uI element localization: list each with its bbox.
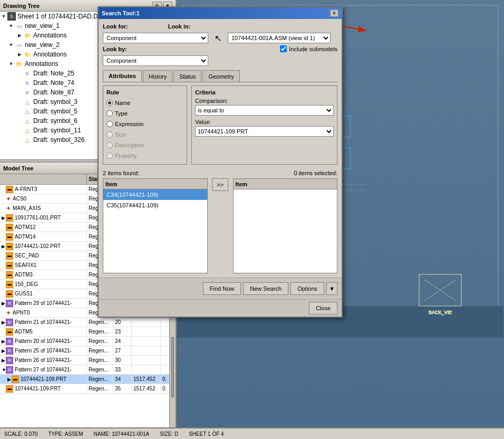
part-icon: ▬ [6, 243, 13, 250]
find-now-button[interactable]: Find Now [203, 282, 241, 295]
tree-label: Annotations [33, 51, 66, 58]
radio-btn-property[interactable] [106, 152, 113, 159]
comparison-select[interactable]: is equal to is not equal to contains sta… [195, 105, 334, 116]
result-item-c34[interactable]: C34(10744421-109) [103, 189, 207, 200]
status-sheet: SHEET 1 OF 4 [189, 431, 224, 437]
model-row[interactable]: ▶ ⊞ Pattern 21 of 10744421- Regen... 20 [0, 318, 169, 327]
include-submodels-label: Include submodels [280, 45, 337, 52]
spacer [17, 80, 22, 85]
radio-btn-type[interactable] [106, 110, 113, 117]
model-pro2 [161, 346, 169, 355]
radio-btn-name[interactable] [106, 100, 113, 106]
model-row[interactable]: ▶ ⊞ Pattern 26 of 10744421- Regen... 30 [0, 356, 169, 365]
pattern-icon: ⊞ [6, 319, 13, 326]
model-row-selected-109[interactable]: ▶ ▬ 10744421-109.PRT Regen... 34 1517.45… [0, 375, 169, 384]
draft-sym-icon: △ [23, 98, 32, 106]
pattern-icon: ⊞ [6, 338, 13, 345]
model-row[interactable]: ▬ ADTM5 Regen... 23 [0, 327, 169, 337]
radio-label-expression: Expression [115, 121, 143, 127]
search-dialog: Search Tool:1 ✕ Look for: Look in: Compo… [98, 6, 343, 318]
radio-label-property: Property [115, 152, 137, 159]
model-stat: Regen... [87, 346, 113, 355]
pattern-icon: ⊞ [6, 300, 13, 307]
value-select[interactable]: 10744421-109.PRT [195, 126, 334, 137]
model-pro2 [161, 318, 169, 327]
close-button[interactable]: Close [309, 302, 337, 314]
sheet-icon: S [7, 12, 16, 21]
model-stat: Regen... [87, 356, 113, 365]
expand-icon: ▶ [2, 244, 6, 249]
model-name: ▬ 150_DEG [0, 280, 87, 289]
tab-status[interactable]: Status [173, 70, 201, 82]
rule-title: Rule [106, 89, 183, 96]
tab-attributes[interactable]: Attributes [103, 70, 142, 82]
part-icon: ▬ [6, 214, 13, 222]
radio-label-name: Name [115, 100, 130, 106]
model-name: ▬ GUSS1 [0, 289, 87, 298]
scroll-thumb[interactable] [171, 337, 174, 398]
axis-icon: ✦ [6, 205, 11, 212]
spacer [17, 128, 22, 133]
dialog-close-button[interactable]: ✕ [330, 9, 338, 17]
spacer [17, 137, 22, 142]
expand-icon: ▼ [8, 23, 14, 28]
found-items-list: C34(10744421-109) C35(10744421-109) [103, 189, 207, 273]
transfer-button[interactable]: >> [212, 178, 228, 191]
dialog-footer: Find Now New Search Options ▼ [99, 278, 342, 299]
model-pro1 [132, 356, 161, 365]
radio-label-type: Type [115, 110, 128, 117]
results-label-row: 2 items found: 0 items selected: [103, 169, 337, 177]
expand-icon: ▶ [2, 215, 6, 221]
model-tree-title: Model Tree [3, 165, 33, 171]
tab-geometry[interactable]: Geometry [202, 70, 239, 82]
model-pro2 [161, 365, 169, 374]
include-submodels-checkbox[interactable] [280, 45, 287, 52]
part-icon: ▬ [6, 385, 13, 393]
view-icon: ▭ [15, 22, 23, 30]
model-name: ▬ A-FRNT3 [0, 185, 87, 194]
radio-btn-expression[interactable] [106, 121, 113, 127]
radio-name[interactable]: Name [106, 98, 183, 108]
expand-icon: ▶ [7, 377, 12, 382]
radio-expression[interactable]: Expression [106, 119, 183, 129]
part-icon: ▬ [6, 262, 13, 269]
model-pro1 [132, 327, 161, 336]
radio-description[interactable]: Description [106, 140, 183, 150]
tree-label: Draft: symbol_5 [33, 108, 77, 115]
model-row[interactable]: ▶ ⊞ Pattern 25 of 10744421- Regen... 27 [0, 346, 169, 356]
model-row[interactable]: ▼ ⊞ Pattern 27 of 10744421- Regen... 33 [0, 365, 169, 375]
radio-btn-description[interactable] [106, 142, 113, 148]
expand-icon: ▶ [2, 348, 6, 354]
model-row[interactable]: ▶ ⊞ Pattern 20 of 10744421- Regen... 24 [0, 337, 169, 346]
radio-type[interactable]: Type [106, 108, 183, 119]
look-for-controls: Component ↖ 10744421-001A.ASM (view id 1… [103, 33, 337, 43]
radio-size[interactable]: Size [106, 129, 183, 140]
dialog-titlebar: Search Tool:1 ✕ [99, 7, 342, 19]
look-for-select[interactable]: Component [103, 33, 208, 43]
spacer [17, 109, 22, 114]
status-bar: SCALE: 0.070 TYPE: ASSEM NAME: 10744421-… [0, 427, 504, 439]
result-item-c35[interactable]: C35(10744421-109) [103, 200, 207, 211]
tab-history[interactable]: History [143, 70, 172, 82]
radio-btn-size[interactable] [106, 131, 113, 138]
col-name [0, 174, 87, 184]
drawing-tree-title: Drawing Tree [3, 3, 40, 9]
look-in-select[interactable]: 10744421-001A.ASM (view id 1) [228, 33, 331, 43]
look-by-select[interactable]: Component [103, 55, 208, 66]
model-name: ▬ ADTM14 [0, 232, 87, 241]
model-pro2 [161, 356, 169, 365]
new-search-button[interactable]: New Search [243, 282, 288, 295]
comparison-label: Comparison: [195, 98, 334, 104]
draft-sym-icon: △ [23, 126, 32, 135]
expand-icon: ▶ [2, 301, 6, 306]
dialog-body: Look for: Look in: Component ↖ 10744421-… [99, 19, 342, 278]
model-stat: Regen... [87, 337, 113, 346]
model-pro1: 1517.452 [132, 375, 161, 384]
model-pro1 [132, 337, 161, 346]
radio-property[interactable]: Property [106, 150, 183, 161]
options-button[interactable]: Options [290, 282, 324, 295]
model-row[interactable]: ▬ 10744421-109.PRT Regen... 35 1517.452 … [0, 384, 169, 394]
options-dropdown-button[interactable]: ▼ [326, 282, 337, 295]
spacer [17, 90, 22, 95]
tree-label: Draft: symbol_6 [33, 117, 77, 125]
